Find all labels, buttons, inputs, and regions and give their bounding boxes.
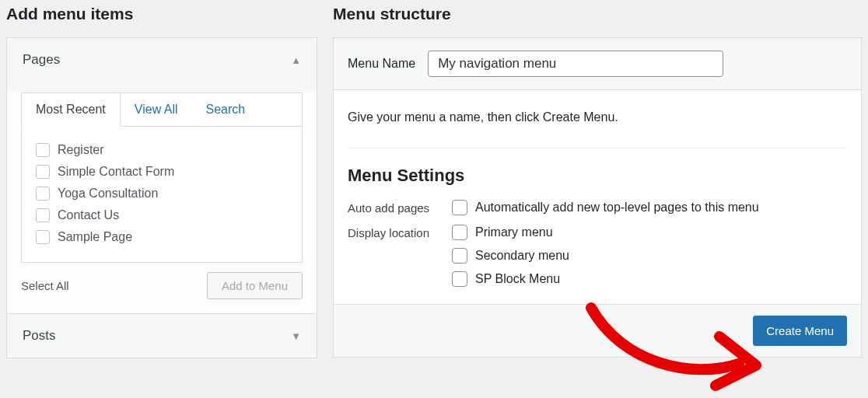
pages-panel-toggle[interactable]: Pages ▲	[7, 38, 317, 82]
add-menu-items-heading: Add menu items	[6, 5, 317, 23]
display-location-label: Display location	[348, 225, 447, 239]
display-location-option-label: Secondary menu	[475, 249, 569, 263]
caret-up-icon: ▲	[291, 54, 301, 66]
pages-panel: Pages ▲ Most Recent View All Search	[7, 38, 317, 314]
list-item: Yoga Consultation	[36, 183, 288, 204]
posts-panel-toggle[interactable]: Posts ▼	[7, 314, 317, 358]
pages-panel-body: Most Recent View All Search Register	[7, 93, 317, 313]
display-location-option: Secondary menu	[452, 248, 569, 264]
tab-view-all[interactable]: View All	[121, 93, 192, 126]
page-label: Sample Page	[58, 230, 132, 244]
create-menu-button[interactable]: Create Menu	[753, 316, 847, 346]
display-location-option: Primary menu	[452, 225, 569, 240]
page-checkbox[interactable]	[36, 143, 50, 157]
menu-structure-footer: Create Menu	[334, 304, 861, 357]
select-all-link[interactable]: Select All	[21, 279, 69, 292]
page-label: Register	[58, 143, 104, 157]
auto-add-row: Auto add pages Automatically add new top…	[348, 200, 847, 215]
auto-add-checkbox[interactable]	[452, 200, 467, 215]
page-checkbox[interactable]	[36, 187, 50, 201]
auto-add-option-label: Automatically add new top-level pages to…	[475, 201, 759, 215]
display-location-option: SP Block Menu	[452, 271, 569, 287]
list-item: Register	[36, 139, 288, 161]
list-item: Simple Contact Form	[36, 161, 288, 183]
display-location-checkbox[interactable]	[452, 248, 467, 264]
divider	[348, 148, 847, 148]
page-checkbox[interactable]	[36, 208, 50, 222]
display-location-option-label: SP Block Menu	[475, 272, 560, 286]
menu-structure-panel: Menu Name Give your menu a name, then cl…	[333, 37, 862, 358]
menu-intro-text: Give your menu a name, then click Create…	[348, 110, 847, 124]
page-checkbox[interactable]	[36, 165, 50, 179]
caret-down-icon: ▼	[291, 330, 301, 342]
page-label: Simple Contact Form	[58, 165, 174, 179]
add-items-accordion: Pages ▲ Most Recent View All Search	[6, 37, 317, 358]
pages-panel-label: Pages	[23, 52, 60, 68]
menu-structure-heading: Menu structure	[333, 5, 862, 23]
posts-panel-label: Posts	[23, 328, 56, 344]
menu-settings-heading: Menu Settings	[348, 166, 847, 186]
menu-name-label: Menu Name	[348, 57, 415, 71]
page-label: Contact Us	[58, 208, 119, 222]
list-item: Sample Page	[36, 226, 288, 248]
page-checkbox[interactable]	[36, 230, 50, 244]
pages-panel-controls: Select All Add to Menu	[7, 263, 317, 313]
display-location-option-label: Primary menu	[475, 225, 553, 239]
auto-add-option: Automatically add new top-level pages to…	[452, 200, 759, 215]
menu-name-bar: Menu Name	[334, 38, 861, 90]
pages-tabs-box: Most Recent View All Search Register	[21, 93, 303, 263]
list-item: Contact Us	[36, 204, 288, 226]
add-to-menu-button[interactable]: Add to Menu	[207, 272, 303, 299]
auto-add-label: Auto add pages	[348, 200, 447, 215]
display-location-checkbox[interactable]	[452, 225, 467, 240]
menu-structure-body: Give your menu a name, then click Create…	[334, 90, 861, 304]
tab-most-recent[interactable]: Most Recent	[21, 93, 121, 127]
pages-list: Register Simple Contact Form Yoga Consul…	[22, 127, 302, 262]
display-location-checkbox[interactable]	[452, 271, 467, 287]
tab-search[interactable]: Search	[192, 93, 260, 126]
pages-tabs: Most Recent View All Search	[22, 93, 302, 127]
menu-name-input[interactable]	[428, 51, 723, 77]
page-label: Yoga Consultation	[58, 187, 158, 201]
display-location-row: Display location Primary menu Secondary …	[348, 225, 847, 287]
posts-panel: Posts ▼	[7, 314, 317, 358]
